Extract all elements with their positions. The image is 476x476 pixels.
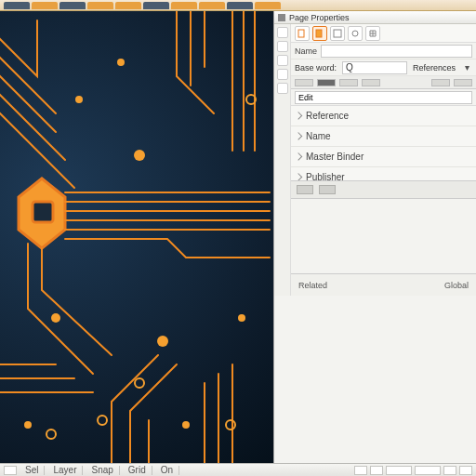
- tab[interactable]: [32, 2, 58, 9]
- status-icon[interactable]: [415, 466, 441, 475]
- related-label: Related: [298, 281, 327, 290]
- tab[interactable]: [87, 2, 113, 9]
- svg-point-10: [46, 430, 56, 439]
- property-list: Reference Name Master Binder Publisher S…: [291, 106, 476, 180]
- svg-point-12: [135, 378, 144, 388]
- tab[interactable]: [255, 2, 281, 9]
- status-cell[interactable]: Snap: [86, 466, 119, 475]
- canvas-viewport[interactable]: [0, 11, 273, 463]
- panel-blank: [291, 199, 476, 273]
- tool-icon[interactable]: [277, 83, 288, 94]
- tab[interactable]: [4, 2, 30, 9]
- search-row: [291, 89, 476, 106]
- svg-point-17: [352, 31, 358, 36]
- name-label: Name: [295, 46, 317, 56]
- main-area: Page Properties Name: [0, 11, 476, 463]
- svg-point-3: [51, 313, 60, 323]
- status-icon[interactable]: [354, 466, 367, 475]
- tab[interactable]: [115, 2, 141, 9]
- panel-titlebar[interactable]: Page Properties: [274, 11, 476, 24]
- name-field-row: Name: [291, 43, 476, 60]
- panel-title: Page Properties: [289, 13, 350, 22]
- tool-icon[interactable]: [277, 27, 288, 38]
- doc-orange-icon[interactable]: [312, 26, 327, 41]
- chip-icon[interactable]: [319, 185, 336, 194]
- doc-icon[interactable]: [295, 26, 310, 41]
- base-word-row: Base word: Q References ▾: [291, 60, 476, 76]
- ruler-row: [291, 76, 476, 89]
- references-label: References: [413, 63, 456, 73]
- svg-point-1: [134, 150, 145, 161]
- list-item[interactable]: Master Binder: [291, 147, 476, 167]
- tool-icon[interactable]: [277, 55, 288, 66]
- status-icon[interactable]: [370, 466, 383, 475]
- ruler-segment[interactable]: [454, 79, 472, 86]
- base-word-label: Base word:: [295, 63, 337, 73]
- chevron-down-icon[interactable]: ▾: [461, 62, 472, 73]
- panel-sidebar-icons: [274, 24, 291, 296]
- ruler-segment[interactable]: [431, 79, 450, 86]
- circuit-wallpaper: [0, 11, 273, 463]
- status-cell[interactable]: Layer: [47, 466, 83, 475]
- status-cell[interactable]: Sel: [20, 466, 45, 475]
- svg-rect-16: [334, 30, 341, 37]
- status-icon[interactable]: [459, 466, 472, 475]
- tab[interactable]: [227, 2, 253, 9]
- panel-toolbar: [291, 24, 476, 43]
- document-tab-strip: [0, 0, 476, 11]
- ruler-segment[interactable]: [317, 79, 336, 86]
- base-word-select[interactable]: Q: [342, 61, 407, 74]
- list-item[interactable]: Reference: [291, 106, 476, 126]
- svg-point-11: [226, 420, 235, 430]
- panel-icon: [278, 14, 285, 21]
- tab[interactable]: [199, 2, 225, 9]
- svg-rect-0: [33, 202, 53, 222]
- list-item[interactable]: Name: [291, 126, 476, 147]
- name-input[interactable]: [321, 45, 472, 58]
- tool-icon[interactable]: [277, 41, 288, 52]
- status-icon[interactable]: [386, 466, 412, 475]
- ruler-segment[interactable]: [362, 79, 380, 86]
- tab[interactable]: [60, 2, 86, 9]
- ruler-segment[interactable]: [295, 79, 313, 86]
- svg-point-4: [157, 336, 168, 347]
- status-cell[interactable]: On: [155, 466, 179, 475]
- svg-point-6: [238, 314, 245, 322]
- status-icon[interactable]: [4, 466, 17, 475]
- svg-point-9: [98, 416, 107, 425]
- panel-footer: Related Global: [291, 273, 476, 296]
- status-icon[interactable]: [443, 466, 456, 475]
- gear-icon[interactable]: [348, 26, 363, 41]
- svg-point-2: [75, 96, 83, 103]
- chip-icon[interactable]: [297, 185, 313, 194]
- tab[interactable]: [171, 2, 197, 9]
- page-icon[interactable]: [330, 26, 345, 41]
- panel-midbar: [291, 180, 476, 199]
- ruler-segment[interactable]: [339, 79, 358, 86]
- tool-icon[interactable]: [277, 69, 288, 80]
- properties-panel: Page Properties Name: [273, 11, 476, 463]
- svg-point-7: [24, 421, 32, 429]
- tab[interactable]: [143, 2, 169, 9]
- svg-rect-15: [316, 30, 322, 37]
- status-cell[interactable]: Grid: [123, 466, 152, 475]
- search-input[interactable]: [295, 91, 472, 104]
- status-bar: Sel Layer Snap Grid On: [0, 463, 476, 476]
- svg-point-8: [117, 59, 125, 66]
- svg-rect-14: [298, 30, 304, 37]
- svg-point-5: [182, 421, 190, 429]
- grid-icon[interactable]: [365, 26, 380, 41]
- list-item[interactable]: Publisher: [291, 167, 476, 180]
- global-label: Global: [444, 281, 469, 290]
